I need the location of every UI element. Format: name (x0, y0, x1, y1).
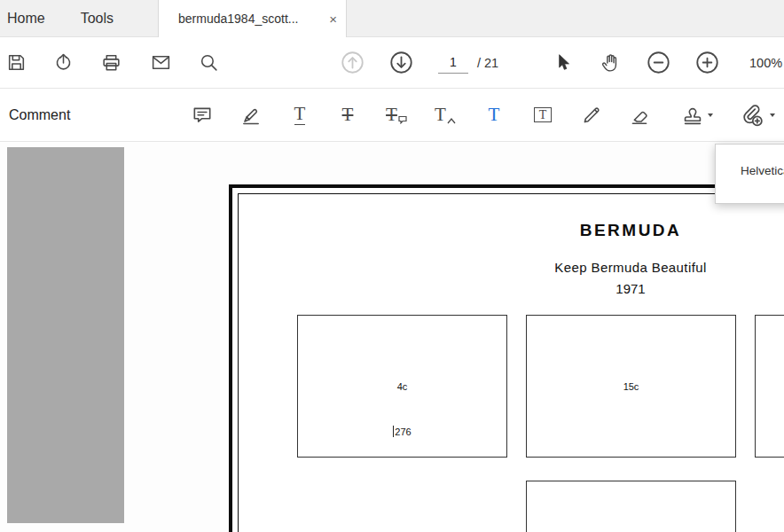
save-icon (5, 51, 27, 74)
attach-file-button[interactable] (736, 99, 768, 131)
document-tab[interactable]: bermuda1984_scott... × (158, 0, 347, 37)
replace-text-icon: T (386, 106, 407, 124)
comment-toolbar: Comment T T T T T T (0, 89, 784, 142)
stamp-denomination: 4c (298, 381, 506, 392)
select-cursor-icon (553, 52, 573, 73)
main-toolbar: / 21 100% (0, 37, 784, 89)
zoom-out-icon (646, 50, 671, 75)
save-button[interactable] (0, 47, 32, 79)
page-up-icon (340, 50, 365, 75)
sticky-note-icon (191, 104, 214, 127)
add-text-comment-button[interactable]: T (478, 99, 510, 131)
tab-home[interactable]: Home (0, 0, 63, 36)
zoom-level[interactable]: 100% (749, 56, 782, 70)
highlight-button[interactable] (235, 99, 267, 131)
stamp-box (526, 481, 736, 532)
page-subtitle: Keep Bermuda Beautiful (554, 260, 706, 275)
page-count-label: / 21 (477, 56, 498, 70)
sticky-note-button[interactable] (186, 99, 218, 131)
email-icon (150, 51, 172, 74)
select-tool-button[interactable] (546, 47, 578, 79)
comment-toolbar-label: Comment (9, 107, 70, 123)
stamp-box: 15c (526, 315, 736, 458)
draw-button[interactable] (576, 99, 608, 131)
tab-tools[interactable]: Tools (63, 0, 131, 36)
page-up-button[interactable] (336, 47, 368, 79)
stamp-icon (681, 104, 704, 127)
replace-text-button[interactable]: T (380, 99, 412, 131)
pencil-icon (580, 104, 603, 127)
font-properties-popup: Helvetica (715, 144, 784, 204)
email-button[interactable] (145, 47, 176, 79)
pdf-page: BERMUDA Keep Bermuda Beautiful 1971 4c 2… (229, 184, 784, 532)
page-thumbnail-panel[interactable] (7, 147, 124, 523)
underline-text-icon: T (294, 105, 306, 125)
strikethrough-text-button[interactable]: T (332, 99, 364, 131)
stamp-button[interactable] (677, 99, 709, 131)
stamp-box (755, 315, 784, 458)
share-icon (52, 51, 74, 74)
search-button[interactable] (192, 47, 224, 79)
print-button[interactable] (95, 47, 127, 79)
share-button[interactable] (47, 47, 79, 79)
hand-tool-button[interactable] (594, 47, 626, 79)
zoom-in-button[interactable] (691, 47, 723, 79)
document-viewport[interactable]: BERMUDA Keep Bermuda Beautiful 1971 4c 2… (0, 142, 784, 532)
font-option-helvetica[interactable]: Helvetica (741, 164, 784, 177)
underline-text-button[interactable]: T (284, 99, 316, 131)
attach-icon (740, 103, 764, 128)
page-title: BERMUDA (580, 221, 682, 240)
insert-text-icon: T (435, 106, 456, 124)
insert-text-button[interactable]: T (429, 99, 461, 131)
erase-button[interactable] (623, 99, 655, 131)
stamp-number-text: 276 (395, 426, 411, 437)
text-box-button[interactable]: T (527, 99, 559, 131)
highlighter-icon (239, 104, 263, 127)
page-down-button[interactable] (385, 47, 417, 79)
page-number-input[interactable] (438, 52, 468, 74)
zoom-out-button[interactable] (642, 47, 674, 79)
attach-dropdown-caret[interactable] (770, 113, 775, 117)
strikethrough-text-icon: T (342, 106, 354, 124)
stamp-denomination: 15c (527, 381, 735, 392)
stamp-dropdown-caret[interactable] (708, 113, 713, 117)
text-box-icon: T (534, 107, 553, 122)
close-icon[interactable]: × (329, 12, 337, 27)
hand-icon (600, 51, 622, 74)
eraser-icon (628, 104, 651, 127)
page-down-icon (388, 50, 414, 75)
page-year: 1971 (615, 281, 645, 296)
add-text-icon: T (489, 106, 500, 124)
stamp-number: 276 (298, 426, 506, 437)
tab-bar: Home Tools bermuda1984_scott... × (0, 0, 784, 37)
stamp-box: 4c 276 (297, 315, 507, 458)
replace-bubble-icon (398, 115, 407, 124)
document-tab-title: bermuda1984_scott... (178, 12, 324, 26)
insert-caret-icon (447, 117, 456, 124)
search-icon (198, 51, 220, 74)
zoom-in-icon (694, 50, 720, 75)
print-icon (100, 51, 122, 74)
